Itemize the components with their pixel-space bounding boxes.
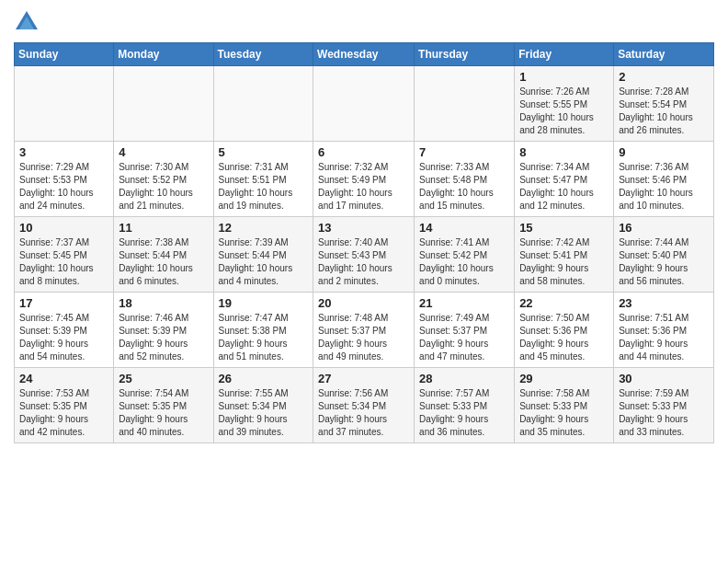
week-row-0: 1Sunrise: 7:26 AM Sunset: 5:55 PM Daylig… — [15, 66, 714, 142]
day-cell: 29Sunrise: 7:58 AM Sunset: 5:33 PM Dayli… — [515, 368, 614, 443]
calendar: SundayMondayTuesdayWednesdayThursdayFrid… — [14, 42, 714, 443]
day-info: Sunrise: 7:44 AM Sunset: 5:40 PM Dayligh… — [619, 236, 709, 288]
day-number: 1 — [519, 70, 609, 84]
day-cell — [415, 66, 515, 142]
header — [14, 9, 714, 35]
day-number: 8 — [519, 145, 609, 159]
day-number: 21 — [419, 296, 509, 310]
day-number: 9 — [619, 145, 709, 159]
day-info: Sunrise: 7:38 AM Sunset: 5:44 PM Dayligh… — [119, 236, 208, 288]
day-info: Sunrise: 7:58 AM Sunset: 5:33 PM Dayligh… — [519, 387, 609, 439]
day-number: 5 — [219, 145, 309, 159]
day-number: 23 — [619, 296, 709, 310]
day-info: Sunrise: 7:40 AM Sunset: 5:43 PM Dayligh… — [318, 236, 409, 288]
day-cell: 15Sunrise: 7:42 AM Sunset: 5:41 PM Dayli… — [515, 217, 614, 293]
day-number: 27 — [318, 372, 409, 385]
day-cell: 8Sunrise: 7:34 AM Sunset: 5:47 PM Daylig… — [515, 142, 614, 217]
day-info: Sunrise: 7:49 AM Sunset: 5:37 PM Dayligh… — [419, 312, 509, 363]
day-info: Sunrise: 7:39 AM Sunset: 5:44 PM Dayligh… — [219, 236, 309, 288]
day-cell: 14Sunrise: 7:41 AM Sunset: 5:42 PM Dayli… — [415, 217, 515, 293]
day-cell — [114, 66, 213, 142]
day-cell: 22Sunrise: 7:50 AM Sunset: 5:36 PM Dayli… — [515, 293, 614, 368]
day-number: 19 — [219, 296, 309, 310]
day-cell: 16Sunrise: 7:44 AM Sunset: 5:40 PM Dayli… — [614, 217, 714, 293]
day-cell: 4Sunrise: 7:30 AM Sunset: 5:52 PM Daylig… — [114, 142, 213, 217]
day-info: Sunrise: 7:56 AM Sunset: 5:34 PM Dayligh… — [318, 387, 409, 439]
day-info: Sunrise: 7:41 AM Sunset: 5:42 PM Dayligh… — [419, 236, 509, 288]
weekday-header-friday: Friday — [515, 43, 614, 66]
day-number: 11 — [119, 221, 208, 235]
day-info: Sunrise: 7:31 AM Sunset: 5:51 PM Dayligh… — [219, 161, 309, 213]
day-cell: 27Sunrise: 7:56 AM Sunset: 5:34 PM Dayli… — [313, 368, 415, 443]
day-cell: 13Sunrise: 7:40 AM Sunset: 5:43 PM Dayli… — [313, 217, 415, 293]
day-info: Sunrise: 7:34 AM Sunset: 5:47 PM Dayligh… — [519, 161, 609, 213]
day-info: Sunrise: 7:48 AM Sunset: 5:37 PM Dayligh… — [318, 312, 409, 363]
day-cell: 10Sunrise: 7:37 AM Sunset: 5:45 PM Dayli… — [15, 217, 114, 293]
day-number: 10 — [19, 221, 108, 235]
day-number: 4 — [119, 145, 208, 159]
day-number: 25 — [119, 372, 208, 385]
weekday-header-wednesday: Wednesday — [313, 43, 415, 66]
day-cell: 18Sunrise: 7:46 AM Sunset: 5:39 PM Dayli… — [114, 293, 213, 368]
day-number: 15 — [519, 221, 609, 235]
weekday-header-tuesday: Tuesday — [213, 43, 313, 66]
day-cell: 28Sunrise: 7:57 AM Sunset: 5:33 PM Dayli… — [415, 368, 515, 443]
day-info: Sunrise: 7:50 AM Sunset: 5:36 PM Dayligh… — [519, 312, 609, 363]
day-number: 22 — [519, 296, 609, 310]
day-info: Sunrise: 7:33 AM Sunset: 5:48 PM Dayligh… — [419, 161, 509, 213]
page: SundayMondayTuesdayWednesdayThursdayFrid… — [0, 0, 728, 563]
day-number: 12 — [219, 221, 309, 235]
day-number: 26 — [219, 372, 309, 385]
day-cell: 26Sunrise: 7:55 AM Sunset: 5:34 PM Dayli… — [213, 368, 313, 443]
day-info: Sunrise: 7:26 AM Sunset: 5:55 PM Dayligh… — [519, 86, 609, 137]
day-cell: 2Sunrise: 7:28 AM Sunset: 5:54 PM Daylig… — [614, 66, 714, 142]
day-number: 16 — [619, 221, 709, 235]
day-cell: 7Sunrise: 7:33 AM Sunset: 5:48 PM Daylig… — [415, 142, 515, 217]
day-info: Sunrise: 7:42 AM Sunset: 5:41 PM Dayligh… — [519, 236, 609, 288]
day-cell: 24Sunrise: 7:53 AM Sunset: 5:35 PM Dayli… — [15, 368, 114, 443]
day-info: Sunrise: 7:30 AM Sunset: 5:52 PM Dayligh… — [119, 161, 208, 213]
day-info: Sunrise: 7:57 AM Sunset: 5:33 PM Dayligh… — [419, 387, 509, 439]
day-number: 29 — [519, 372, 609, 385]
day-number: 6 — [318, 145, 409, 159]
day-cell: 5Sunrise: 7:31 AM Sunset: 5:51 PM Daylig… — [213, 142, 313, 217]
day-number: 24 — [19, 372, 108, 385]
week-row-4: 24Sunrise: 7:53 AM Sunset: 5:35 PM Dayli… — [15, 368, 714, 443]
day-cell: 6Sunrise: 7:32 AM Sunset: 5:49 PM Daylig… — [313, 142, 415, 217]
day-info: Sunrise: 7:53 AM Sunset: 5:35 PM Dayligh… — [19, 387, 108, 439]
day-info: Sunrise: 7:51 AM Sunset: 5:36 PM Dayligh… — [619, 312, 709, 363]
day-cell: 21Sunrise: 7:49 AM Sunset: 5:37 PM Dayli… — [415, 293, 515, 368]
logo — [14, 9, 43, 35]
day-number: 3 — [19, 145, 108, 159]
day-number: 2 — [619, 70, 709, 84]
day-cell: 9Sunrise: 7:36 AM Sunset: 5:46 PM Daylig… — [614, 142, 714, 217]
weekday-header-saturday: Saturday — [614, 43, 714, 66]
day-info: Sunrise: 7:55 AM Sunset: 5:34 PM Dayligh… — [219, 387, 309, 439]
day-number: 7 — [419, 145, 509, 159]
week-row-3: 17Sunrise: 7:45 AM Sunset: 5:39 PM Dayli… — [15, 293, 714, 368]
day-number: 14 — [419, 221, 509, 235]
day-cell: 11Sunrise: 7:38 AM Sunset: 5:44 PM Dayli… — [114, 217, 213, 293]
day-info: Sunrise: 7:32 AM Sunset: 5:49 PM Dayligh… — [318, 161, 409, 213]
day-info: Sunrise: 7:47 AM Sunset: 5:38 PM Dayligh… — [219, 312, 309, 363]
week-row-1: 3Sunrise: 7:29 AM Sunset: 5:53 PM Daylig… — [15, 142, 714, 217]
day-info: Sunrise: 7:36 AM Sunset: 5:46 PM Dayligh… — [619, 161, 709, 213]
day-cell — [15, 66, 114, 142]
weekday-header-thursday: Thursday — [415, 43, 515, 66]
day-cell: 19Sunrise: 7:47 AM Sunset: 5:38 PM Dayli… — [213, 293, 313, 368]
weekday-row: SundayMondayTuesdayWednesdayThursdayFrid… — [15, 43, 714, 66]
calendar-header: SundayMondayTuesdayWednesdayThursdayFrid… — [15, 43, 714, 66]
weekday-header-monday: Monday — [114, 43, 213, 66]
day-number: 17 — [19, 296, 108, 310]
day-info: Sunrise: 7:59 AM Sunset: 5:33 PM Dayligh… — [619, 387, 709, 439]
day-cell — [313, 66, 415, 142]
day-cell: 30Sunrise: 7:59 AM Sunset: 5:33 PM Dayli… — [614, 368, 714, 443]
day-cell: 25Sunrise: 7:54 AM Sunset: 5:35 PM Dayli… — [114, 368, 213, 443]
day-cell: 3Sunrise: 7:29 AM Sunset: 5:53 PM Daylig… — [15, 142, 114, 217]
day-number: 30 — [619, 372, 709, 385]
day-info: Sunrise: 7:54 AM Sunset: 5:35 PM Dayligh… — [119, 387, 208, 439]
day-number: 20 — [318, 296, 409, 310]
day-number: 28 — [419, 372, 509, 385]
day-cell: 20Sunrise: 7:48 AM Sunset: 5:37 PM Dayli… — [313, 293, 415, 368]
day-cell: 12Sunrise: 7:39 AM Sunset: 5:44 PM Dayli… — [213, 217, 313, 293]
